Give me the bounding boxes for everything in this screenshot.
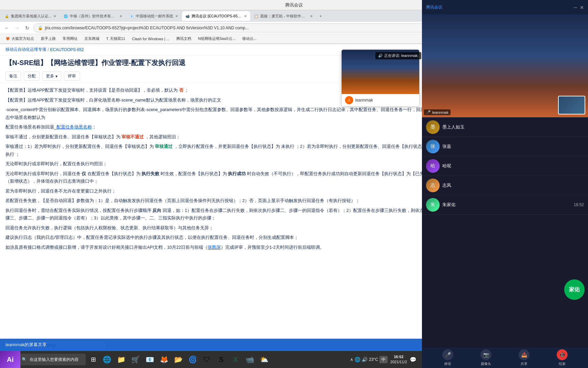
tencent-cam-label: 摄像头: [481, 362, 491, 366]
bookmark-jd[interactable]: 京东商城: [82, 35, 102, 42]
back-button[interactable]: ←: [3, 24, 11, 32]
review-button[interactable]: 评审: [64, 72, 80, 81]
breadcrumb-sep: /: [48, 47, 49, 52]
bookmark-mobile[interactable]: 移动云...: [240, 35, 259, 42]
sys-clock[interactable]: 16:52 2021/11/2: [390, 354, 407, 365]
main-video-label: 🎤 leannmak: [424, 109, 451, 115]
taskbar-meeting[interactable]: 📹: [244, 353, 256, 366]
bookmark-clash[interactable]: Clash for Windows | ...: [129, 36, 172, 42]
tab-close-0[interactable]: ✕: [53, 14, 56, 18]
tab-close-1[interactable]: ✕: [119, 14, 122, 18]
taskbar-search[interactable]: 🔍 在这里输入您要搜索的内容: [18, 354, 86, 365]
tab-label-4: 面板：麦艺机 - 中移软件任务...: [260, 14, 308, 19]
tencent-share-btn[interactable]: 📤 共享: [519, 349, 529, 366]
breadcrumb-project[interactable]: 移动云自动化运维专项: [5, 47, 46, 52]
tencent-share-label: 共享: [521, 362, 527, 366]
tab-close-2[interactable]: ✕: [175, 14, 178, 18]
content-line-8: 无论即时执行或非即时执行，回退任务 仅 在配置任务【执行状态】为 执行失败 时生…: [5, 170, 439, 185]
content-line-4: 配置任务场景名称加回退_配置任务场景名称；: [5, 123, 439, 131]
tab-4[interactable]: 📋 面板：麦艺机 - 中移软件任务... ✕: [251, 11, 316, 21]
tencent-video-area: 🎤 leannmak: [422, 15, 588, 117]
bookmark-n-ops[interactable]: N组网络运维SaaS云...: [195, 35, 238, 42]
tab-1[interactable]: 🌐 中移（苏州）软件技术有限公司... ✕: [60, 11, 126, 21]
tab-0[interactable]: 🔒 集团南方基地接入认证... ✕: [1, 11, 60, 21]
more-chevron: ▾: [55, 74, 58, 79]
tencent-cam-btn[interactable]: 📷 摄像头: [480, 349, 491, 366]
taskbar-edge[interactable]: 🌐: [101, 353, 113, 366]
ai-label: Ai: [7, 356, 14, 364]
participant-name-moshang: 墨上人如玉: [442, 124, 584, 130]
expand-tray[interactable]: ∧: [350, 357, 353, 362]
bookmark-newbie[interactable]: 新手上路: [38, 35, 59, 42]
screen-share-bar: leannmak的屏幕共享: [0, 339, 422, 351]
notification-icon[interactable]: 💬: [410, 356, 416, 363]
tab-close-4[interactable]: ✕: [310, 14, 313, 18]
refresh-button[interactable]: ↻: [23, 24, 31, 32]
participant-zhangjia: 张 张嘉: [422, 137, 588, 156]
taskbar-s-logo[interactable]: S: [215, 353, 227, 366]
tencent-mic-btn[interactable]: 🎤 静音: [442, 349, 453, 366]
tab-icon-2: 📧: [130, 14, 134, 18]
taskbar-security[interactable]: 🛡: [201, 353, 213, 366]
taskbar-mail[interactable]: 📧: [144, 353, 156, 366]
tencent-end-label: 结束: [559, 362, 566, 366]
leannmak-icon: 人: [345, 96, 353, 104]
participant-avatar-zhangjia: 张: [426, 140, 440, 153]
taskbar-files[interactable]: 📂: [172, 353, 184, 366]
taskbar-apps: 🌐 📁 🛒 📧 🦊 📂 🌀 🛡 S X 📹 ⛅: [101, 353, 346, 366]
clock-date: 2021/11/2: [390, 359, 407, 365]
clock-time: 16:52: [390, 354, 407, 359]
tencent-header-actions: ─ ✕: [574, 5, 584, 10]
taskbar: 🔍 在这里输入您要搜索的内容 ⊞ 🌐 📁 🛒 📧 🦊 📂 🌀 🛡 S X 📹 ⛅…: [0, 351, 422, 368]
new-tab-icon: +: [320, 14, 322, 18]
content-line-13: 建议执行日志（我的日志/管理日志）中，配置任务需记录实际选中的执行步骤及其执行状…: [5, 234, 439, 242]
taskbar-chrome[interactable]: 🌀: [186, 353, 199, 366]
bookmark-common[interactable]: 常用网址: [60, 35, 80, 42]
speaker-name: leannmak: [432, 110, 448, 114]
tab-3[interactable]: 📹 腾讯会议 [ECAUTOOPS-652] [N-SRE... ✕: [182, 11, 250, 21]
breadcrumb-issue[interactable]: ECAUTOOPS-652: [50, 47, 84, 52]
bookmark-tencent-docs[interactable]: 腾讯文档: [174, 35, 194, 42]
tencent-close[interactable]: ✕: [580, 5, 584, 10]
participant-name-hani: 哈呢: [442, 163, 584, 169]
tab-icon-1: 🌐: [64, 14, 68, 18]
network-icon[interactable]: 🌐: [355, 357, 360, 362]
participant-name-jiayou: 朱家佑: [442, 202, 571, 208]
tencent-meeting-overlay: 腾讯会议 ─ ✕ 🎤 leannmak 墨 墨上人如玉 张 张嘉 哈 哈呢: [422, 0, 588, 368]
task-view-btn[interactable]: ⊞: [87, 353, 99, 366]
tencent-end-btn[interactable]: 📵 结束: [557, 349, 568, 366]
tab-icon-4: 📋: [254, 14, 258, 18]
content-line-12: 回退任务允许执行失败，执行逻辑（包括执行人权限校验、状态更新、执行结果获取等）与…: [5, 224, 439, 232]
content-line-11: 执行回退任务时，需结合配置任务实际执行情况，按配置任务执行步骤顺序 反向 回退，…: [5, 207, 439, 222]
ai-taskbar-btn[interactable]: Ai: [0, 351, 20, 368]
bookmark-tmall[interactable]: T天猫双11: [103, 35, 128, 42]
bookmark-fire[interactable]: 🦊火狐官方站点: [3, 35, 37, 42]
participant-list: 墨 墨上人如玉 张 张嘉 哈 哈呢 志 志凤 朱 朱家佑 16:52: [422, 117, 588, 348]
tencent-end-icon: 📵: [557, 349, 568, 360]
taskbar-firefox[interactable]: 🦊: [158, 353, 170, 366]
content-line-9: 若为非即时执行，回退任务不允许在变更窗口之外执行；: [5, 187, 439, 195]
taskbar-store[interactable]: 🛒: [129, 353, 142, 366]
content-line-10: 若配置任务失败，【是否自动回退】参数值为：1）是，自动触发发执行回退任务（页面上…: [5, 197, 439, 205]
jiayou-btn[interactable]: 家佑: [564, 279, 585, 300]
volume-icon[interactable]: 🔊: [362, 357, 368, 362]
note-button[interactable]: 备注: [5, 72, 21, 81]
participant-hani: 哈 哈呢: [422, 156, 588, 176]
tab-label-0: 集团南方基地接入认证...: [11, 14, 51, 19]
tab-new[interactable]: +: [317, 11, 327, 21]
forward-button[interactable]: →: [13, 24, 21, 32]
more-button[interactable]: 更多 ▾: [42, 72, 61, 81]
participant-name-zhifeng: 志凤: [442, 182, 584, 188]
participant-avatar-zhifeng: 志: [426, 179, 440, 192]
taskbar-explorer[interactable]: 📁: [115, 353, 127, 366]
input-method[interactable]: 中: [379, 356, 388, 363]
taskbar-weather[interactable]: ⛅: [258, 353, 270, 366]
assign-button[interactable]: 分配: [24, 72, 39, 81]
tab-2[interactable]: 📧 中国移动统一邮件系统 ✕: [126, 11, 181, 21]
tencent-title: 腾讯会议: [426, 4, 442, 10]
tab-close-3[interactable]: ✕: [244, 14, 247, 18]
taskbar-sys: ∧ 🌐 🔊 23°C 中 16:52 2021/11/2 💬: [347, 354, 419, 365]
taskbar-excel[interactable]: X: [229, 353, 242, 366]
content-line-6: 审核通过：1）若为即时执行，分别更新配置任务、回退任务【审核状态】为 审核通过 …: [5, 143, 439, 158]
tencent-minimize[interactable]: ─: [574, 5, 577, 10]
